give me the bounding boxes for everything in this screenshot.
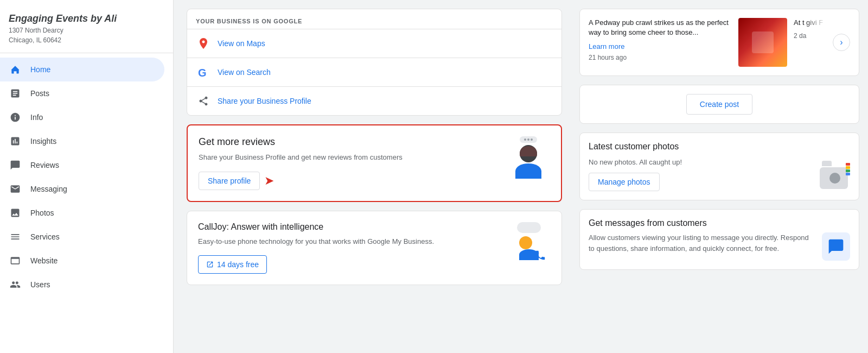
share-icon [196, 93, 211, 109]
sidebar-item-messaging[interactable]: Messaging [0, 177, 164, 201]
sidebar-item-posts[interactable]: Posts [0, 81, 164, 105]
sidebar: Engaging Events by Ali 1307 North Dearcy… [0, 0, 174, 353]
sidebar-item-label-users: Users [30, 280, 50, 289]
main-content: YOUR BUSINESS IS ON GOOGLE View on Maps … [174, 0, 575, 353]
svg-text:G: G [198, 67, 207, 79]
maps-icon [196, 36, 211, 51]
calljoy-description: Easy-to-use phone technology for you tha… [198, 236, 507, 247]
external-link-icon [206, 261, 214, 268]
view-on-search-link[interactable]: G View on Search [187, 58, 561, 86]
home-icon [9, 63, 22, 76]
sidebar-item-label-website: Website [30, 256, 58, 265]
news-card: A Pedway pub crawl strikes us as the per… [579, 9, 859, 76]
business-info: Engaging Events by Ali 1307 North Dearcy… [0, 9, 173, 53]
business-address: 1307 North Dearcy [9, 27, 164, 34]
phone-icon [534, 249, 546, 261]
business-on-google-title: YOUR BUSINESS IS ON GOOGLE [187, 9, 561, 29]
sidebar-item-label-insights: Insights [30, 137, 56, 146]
news-image-1 [738, 18, 787, 67]
sidebar-item-label-info: Info [30, 113, 43, 122]
calljoy-illustration [507, 222, 551, 260]
sidebar-item-insights[interactable]: Insights [0, 129, 164, 153]
news-item-1: A Pedway pub crawl strikes us as the per… [589, 18, 732, 67]
news-item-1-text: A Pedway pub crawl strikes us as the per… [589, 18, 732, 37]
sidebar-item-label-services: Services [30, 232, 60, 241]
share-profile-link[interactable]: Share your Business Profile [187, 86, 561, 115]
view-on-maps-link[interactable]: View on Maps [187, 29, 561, 58]
sidebar-item-photos[interactable]: Photos [0, 201, 164, 225]
trial-button-label: 14 days free [217, 260, 259, 269]
sidebar-item-home[interactable]: Home [0, 58, 164, 81]
sidebar-item-label-reviews: Reviews [30, 161, 59, 169]
person-body [515, 163, 541, 179]
cursor-arrow-icon: ➤ [264, 174, 274, 188]
business-city: Chicago, IL 60642 [9, 36, 164, 44]
news-item-2: At t givi F 2 da [794, 18, 826, 67]
news-item-2-text: At t givi F [794, 18, 826, 28]
sidebar-item-services[interactable]: Services [0, 225, 164, 249]
get-more-reviews-card: Get more reviews Share your Business Pro… [187, 124, 562, 202]
website-icon [9, 254, 22, 267]
sidebar-item-website[interactable]: Website [0, 249, 164, 273]
right-panel: A Pedway pub crawl strikes us as the per… [575, 0, 868, 353]
services-icon [9, 230, 22, 243]
photos-no-new-text: No new photos. All caught up! [589, 158, 818, 166]
calljoy-title: CallJoy: Answer with intelligence [198, 222, 507, 232]
sidebar-item-label-home: Home [30, 65, 50, 74]
share-profile-button[interactable]: Share profile [199, 172, 260, 190]
create-post-button[interactable]: Create post [686, 94, 752, 115]
share-link-label: Share your Business Profile [218, 97, 311, 105]
sidebar-item-label-messaging: Messaging [30, 185, 67, 193]
calljoy-card: CallJoy: Answer with intelligence Easy-t… [187, 211, 562, 286]
manage-photos-button[interactable]: Manage photos [589, 173, 660, 191]
reviews-icon [9, 159, 22, 172]
learn-more-link[interactable]: Learn more [589, 42, 624, 51]
search-link-label: View on Search [218, 68, 271, 77]
reviews-illustration [507, 136, 550, 179]
news-next-button[interactable]: › [833, 34, 850, 51]
create-post-card: Create post [579, 85, 859, 124]
message-bubble-icon [827, 238, 845, 255]
news-item-1-time: 21 hours ago [589, 54, 732, 61]
sidebar-item-info[interactable]: Info [0, 105, 164, 129]
google-search-icon: G [196, 65, 211, 80]
posts-icon [9, 87, 22, 100]
reviews-card-title: Get more reviews [199, 136, 507, 148]
info-icon [9, 111, 22, 124]
person-head [520, 145, 537, 162]
sidebar-item-reviews[interactable]: Reviews [0, 153, 164, 177]
reviews-card-description: Share your Business Profile and get new … [199, 152, 507, 163]
trial-button[interactable]: 14 days free [198, 255, 267, 274]
sidebar-item-label-posts: Posts [30, 89, 49, 98]
business-name: Engaging Events by Ali [9, 13, 164, 24]
sidebar-item-users[interactable]: Users [0, 273, 164, 297]
messages-card-title: Get messages from customers [589, 218, 850, 228]
news-item-2-time: 2 da [794, 32, 826, 40]
sidebar-item-label-photos: Photos [30, 209, 54, 217]
business-on-google-card: YOUR BUSINESS IS ON GOOGLE View on Maps … [187, 9, 562, 116]
maps-link-label: View on Maps [218, 39, 265, 48]
latest-photos-card: Latest customer photos No new photos. Al… [579, 133, 859, 200]
users-icon [9, 278, 22, 291]
messaging-icon [9, 182, 22, 196]
messages-illustration [822, 232, 850, 261]
insights-icon [9, 135, 22, 148]
messages-card-description: Allow customers viewing your listing to … [589, 232, 815, 254]
messages-card: Get messages from customers Allow custom… [579, 209, 859, 270]
photos-card-title: Latest customer photos [589, 142, 850, 152]
camera-illustration [818, 161, 850, 189]
photos-icon [9, 206, 22, 219]
speech-bubble [520, 136, 537, 143]
